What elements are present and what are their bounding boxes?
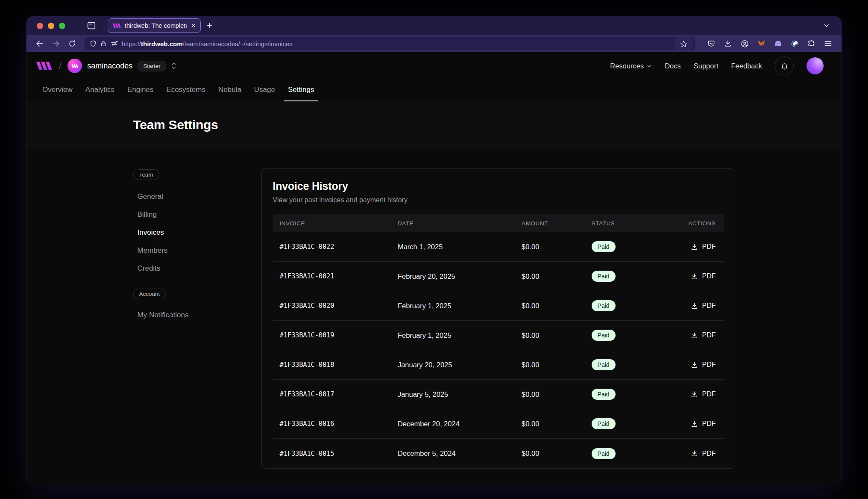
header-links: Resources Docs Support Feedback (610, 56, 824, 75)
docs-link[interactable]: Docs (665, 62, 681, 70)
downloads-icon[interactable] (721, 37, 735, 50)
download-pdf-button[interactable]: PDF (660, 302, 724, 310)
team-name[interactable]: saminacodes (87, 62, 132, 71)
download-icon (691, 243, 698, 251)
status-badge: Paid (592, 448, 616, 459)
tab-ecosystems[interactable]: Ecosystems (160, 80, 212, 101)
tab-title: thirdweb: The complete web3 d (125, 22, 187, 29)
url-bar[interactable]: https://thirdweb.com/team/saminacodes/~/… (85, 37, 695, 50)
tab-settings[interactable]: Settings (282, 80, 320, 101)
invoice-history-panel: Invoice History View your past invoices … (261, 168, 735, 469)
browser-window: thirdweb: The complete web3 d ✕ + (26, 16, 842, 485)
download-pdf-button[interactable]: PDF (660, 420, 724, 428)
app-tab-nav: Overview Analytics Engines Ecosystems Ne… (26, 80, 842, 101)
window-controls[interactable] (37, 23, 65, 29)
table-row: #1F33BA1C-0018 January 20, 2025 $0.00 Pa… (273, 350, 724, 380)
download-pdf-button[interactable]: PDF (660, 450, 724, 458)
support-link[interactable]: Support (694, 62, 718, 70)
invoice-amount: $0.00 (515, 302, 585, 310)
feedback-link[interactable]: Feedback (731, 62, 762, 70)
sidebar-item-general[interactable]: General (133, 188, 232, 206)
status-badge: Paid (592, 241, 616, 252)
sidebar-group-team: Team (133, 169, 159, 180)
col-actions: ACTIONS (660, 220, 724, 227)
menu-hamburger-icon[interactable] (821, 37, 835, 50)
download-icon (691, 420, 698, 428)
new-tab-button[interactable]: + (207, 20, 212, 31)
page-title-band: Team Settings (26, 101, 842, 148)
invoice-amount: $0.00 (515, 449, 585, 458)
firefox-view-icon[interactable] (84, 19, 99, 32)
status-badge: Paid (592, 418, 616, 429)
invoice-amount: $0.00 (515, 390, 585, 399)
permissions-icon[interactable] (110, 41, 118, 47)
forward-icon[interactable] (49, 37, 63, 50)
list-all-tabs-icon[interactable] (819, 19, 834, 32)
download-pdf-button[interactable]: PDF (660, 390, 724, 398)
invoice-date: February 1, 2025 (391, 331, 515, 340)
zoom-window-button[interactable] (59, 23, 65, 29)
url-text[interactable]: https://thirdweb.com/team/saminacodes/~/… (122, 40, 671, 47)
invoice-date: March 1, 2025 (391, 243, 515, 251)
browser-toolbar: https://thirdweb.com/team/saminacodes/~/… (26, 35, 842, 52)
account-icon[interactable] (738, 37, 751, 50)
invoice-id: #1F33BA1C-0015 (273, 450, 391, 458)
notifications-bell-icon[interactable] (775, 56, 794, 75)
col-invoice: INVOICE (273, 220, 391, 227)
extensions-puzzle-icon[interactable] (804, 37, 818, 50)
reload-icon[interactable] (65, 37, 79, 50)
thirdweb-favicon (112, 23, 121, 28)
tracking-shield-icon[interactable] (90, 40, 97, 47)
invoice-id: #1F33BA1C-0021 (273, 272, 391, 280)
bookmark-star-icon[interactable] (674, 37, 692, 50)
download-icon (691, 361, 698, 369)
col-amount: AMOUNT (515, 220, 585, 227)
tab-overview[interactable]: Overview (36, 80, 79, 101)
tab-analytics[interactable]: Analytics (79, 80, 121, 101)
team-avatar[interactable] (67, 59, 82, 73)
download-pdf-button[interactable]: PDF (660, 331, 724, 339)
back-icon[interactable] (32, 37, 47, 50)
download-pdf-button[interactable]: PDF (660, 272, 724, 280)
tab-engines[interactable]: Engines (121, 80, 160, 101)
metamask-extension-icon[interactable] (754, 37, 768, 50)
team-switcher-icon[interactable] (170, 62, 177, 70)
url-domain: thirdweb.com (141, 40, 183, 47)
status-badge: Paid (592, 359, 616, 370)
resources-menu[interactable]: Resources (610, 62, 652, 70)
invoice-date: January 5, 2025 (391, 390, 515, 399)
download-pdf-button[interactable]: PDF (660, 361, 724, 369)
browser-tab-active[interactable]: thirdweb: The complete web3 d ✕ (108, 18, 201, 33)
invoice-id: #1F33BA1C-0016 (273, 420, 391, 428)
sidebar-item-members[interactable]: Members (133, 242, 232, 260)
close-window-button[interactable] (37, 23, 43, 29)
user-avatar[interactable] (806, 57, 824, 74)
sidebar-item-invoices[interactable]: Invoices (133, 224, 232, 242)
tab-nebula[interactable]: Nebula (212, 80, 248, 101)
table-row: #1F33BA1C-0019 February 1, 2025 $0.00 Pa… (273, 321, 724, 350)
sidebar-group-account: Account (133, 289, 166, 299)
invoice-id: #1F33BA1C-0017 (273, 390, 391, 398)
sidebar-item-my-notifications[interactable]: My Notifications (133, 306, 232, 324)
pocket-icon[interactable] (704, 37, 718, 50)
tab-usage[interactable]: Usage (248, 80, 282, 101)
invoice-date: February 20, 2025 (391, 272, 515, 281)
table-row: #1F33BA1C-0021 February 20, 2025 $0.00 P… (273, 262, 724, 291)
download-icon (691, 273, 698, 280)
lock-icon[interactable] (100, 40, 106, 47)
wallet-extension-icon[interactable] (788, 37, 801, 50)
invoice-amount: $0.00 (515, 331, 585, 340)
download-pdf-button[interactable]: PDF (660, 243, 724, 251)
toolbar-extensions (704, 37, 835, 50)
tabbar-divider (103, 21, 103, 31)
tab-close-icon[interactable]: ✕ (191, 22, 196, 30)
sidebar-item-billing[interactable]: Billing (133, 206, 232, 224)
invoice-id: #1F33BA1C-0018 (273, 361, 391, 369)
sidebar-item-credits[interactable]: Credits (133, 260, 232, 278)
breadcrumb-separator: / (59, 60, 62, 71)
phantom-extension-icon[interactable] (771, 37, 785, 50)
invoice-id: #1F33BA1C-0019 (273, 331, 391, 339)
settings-sidebar: Team General Billing Invoices Members Cr… (133, 168, 232, 324)
thirdweb-logo[interactable] (36, 62, 52, 70)
minimize-window-button[interactable] (48, 23, 54, 29)
